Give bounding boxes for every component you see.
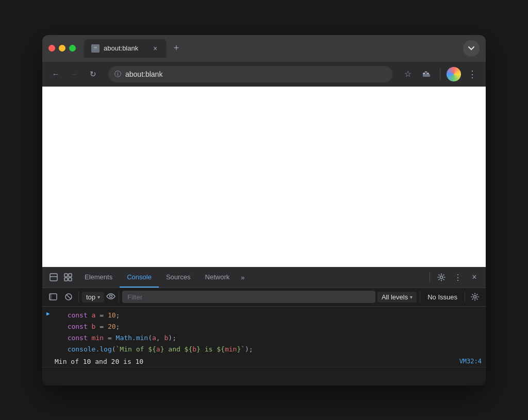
tab-network[interactable]: Network (198, 267, 237, 288)
console-output: ▶ const a = 10; const b = 20; const min … (42, 307, 486, 385)
nav-separator (440, 69, 440, 80)
active-tab[interactable]: about:blank × (84, 39, 167, 58)
nav-bar: ← → ↻ ⓘ about:blank ☆ ⋮ (42, 62, 486, 87)
maximize-button[interactable] (69, 45, 76, 52)
tab-console[interactable]: Console (120, 267, 159, 288)
forward-icon: → (71, 70, 78, 78)
svg-rect-16 (50, 294, 52, 300)
console-live-expressions-button[interactable] (106, 293, 116, 301)
tab-dropdown-button[interactable] (463, 40, 480, 57)
code-line-1: const a = 10; (68, 310, 253, 321)
back-button[interactable]: ← (48, 67, 63, 81)
vm-link[interactable]: VM32:4 (459, 358, 482, 365)
back-icon: ← (52, 70, 60, 78)
svg-rect-12 (64, 278, 68, 281)
bookmark-button[interactable]: ☆ (401, 67, 415, 81)
code-lines: const a = 10; const b = 20; const min = … (53, 310, 253, 355)
console-issues-settings-button[interactable] (468, 290, 482, 304)
devtools-tabs-group: Elements Console Sources Network » (77, 267, 427, 288)
svg-rect-3 (94, 49, 96, 49)
refresh-icon: ↻ (90, 70, 96, 79)
devtools-tabbar: Elements Console Sources Network » (42, 267, 486, 288)
extensions-button[interactable] (419, 67, 434, 81)
console-filter-input[interactable] (122, 291, 375, 303)
svg-point-14 (440, 276, 443, 279)
tab-close-button[interactable]: × (151, 44, 159, 53)
menu-button[interactable]: ⋮ (465, 67, 480, 81)
devtools-close-button[interactable]: × (467, 270, 482, 284)
svg-rect-8 (50, 274, 57, 281)
code-line-4: console.log(`Min of ${a} and ${b} is ${m… (68, 344, 253, 355)
devtools-more-button[interactable]: ⋮ (451, 270, 465, 284)
svg-rect-2 (94, 48, 97, 48)
console-levels-selector[interactable]: All levels ▾ (377, 292, 417, 303)
page-content (42, 87, 486, 267)
svg-rect-11 (69, 274, 72, 277)
tab-sources[interactable]: Sources (159, 267, 198, 288)
console-issues-label: No Issues (423, 293, 461, 301)
levels-dropdown-icon: ▾ (410, 294, 412, 300)
tab-more-button[interactable]: » (237, 267, 249, 288)
forward-button[interactable]: → (67, 67, 81, 81)
minimize-button[interactable] (59, 45, 65, 52)
tab-favicon (91, 44, 100, 53)
tab-area: about:blank × + (84, 39, 459, 58)
close-button[interactable] (48, 45, 55, 52)
console-separator-1 (78, 292, 79, 302)
profile-button[interactable] (447, 67, 461, 81)
svg-rect-7 (423, 74, 430, 77)
console-context-selector[interactable]: top ▾ (82, 292, 104, 303)
code-line-3: const min = Math.min(a, b); (68, 332, 253, 344)
svg-point-20 (474, 296, 476, 298)
browser-window: about:blank × + ← → ↻ ⓘ about:blank ☆ (42, 35, 486, 385)
menu-icon: ⋮ (468, 69, 477, 80)
svg-rect-6 (425, 71, 427, 72)
traffic-lights (48, 45, 76, 52)
svg-rect-13 (69, 278, 72, 281)
devtools-settings-button[interactable] (434, 270, 449, 284)
devtools-dock-button[interactable] (46, 270, 61, 284)
devtools-right-buttons: ⋮ × (427, 270, 482, 284)
code-line-2: const b = 20; (68, 321, 253, 332)
address-bar[interactable]: ⓘ about:blank (108, 66, 392, 82)
address-text: about:blank (125, 70, 386, 78)
console-separator-2 (119, 292, 119, 302)
bookmark-icon: ☆ (404, 69, 411, 79)
code-chevron-icon: ▶ (46, 310, 50, 317)
console-sidebar-button[interactable] (46, 290, 60, 304)
output-text: Min of 10 and 20 is 10 (55, 358, 143, 365)
info-icon: ⓘ (114, 70, 121, 79)
devtools-right-separator (430, 272, 430, 282)
svg-line-18 (67, 295, 71, 299)
console-separator-4 (465, 292, 465, 302)
svg-point-19 (110, 295, 112, 297)
new-tab-button[interactable]: + (169, 41, 184, 56)
console-clear-button[interactable] (62, 290, 75, 304)
title-bar: about:blank × + (42, 35, 486, 62)
console-toolbar: top ▾ All levels ▾ No Issues (42, 288, 486, 307)
devtools-panel: Elements Console Sources Network » (42, 267, 486, 385)
svg-rect-10 (64, 274, 68, 277)
context-label: top (86, 293, 95, 301)
refresh-button[interactable]: ↻ (86, 67, 100, 81)
tab-title: about:blank (104, 44, 147, 52)
svg-rect-9 (50, 276, 57, 277)
context-dropdown-icon: ▾ (97, 294, 100, 300)
devtools-inspect-button[interactable] (61, 270, 75, 284)
console-code-entry: ▶ const a = 10; const b = 20; const min … (42, 309, 486, 356)
console-separator-3 (420, 292, 420, 302)
svg-rect-1 (94, 47, 97, 48)
levels-label: All levels (382, 293, 408, 301)
console-output-line: Min of 10 and 20 is 10 VM32:4 (42, 356, 486, 367)
tab-elements[interactable]: Elements (77, 267, 120, 288)
